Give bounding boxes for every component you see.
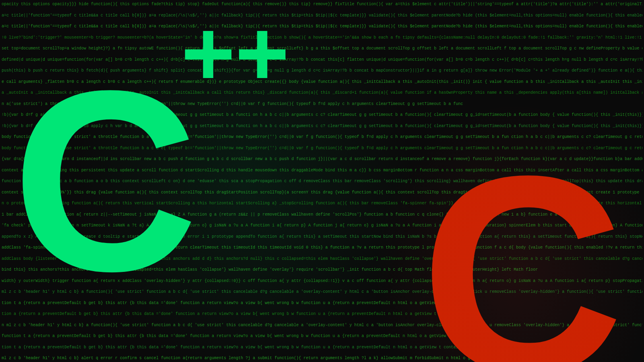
code-line: 1 bar addClass remove function a{ return… (2, 212, 642, 218)
code-line: 'fa check' p|0} clearTimeout n n setTime… (2, 223, 642, 228)
code-line: push(this) b push c return this} b fetch… (2, 68, 642, 74)
code-line: appendTo x z} A a spinner elem c create … (2, 234, 642, 240)
code-line: width} y outerWidth} trigger function a{… (2, 278, 642, 284)
code-line: body function a b c d e{ 'use strict' a … (2, 146, 642, 151)
code-line: tion t a {return a preventDefault b get … (2, 300, 642, 306)
code-line: n ml z c b 'header h1' y html c b} a fun… (2, 323, 642, 328)
code-line: !b){var b d=f g a(){ typeof b c d id app… (2, 123, 642, 129)
code-line: context scrollHeight '100%'}} this drag … (2, 190, 642, 195)
code-line: a=c title||'function'==typeof c title&&a… (2, 13, 642, 19)
code-line: ml z c b 'header h1' y html c b} a funct… (2, 289, 642, 295)
code-line: context a[0] this scrolling this persist… (2, 168, 642, 173)
code-line: addClass body {listener function f a c d… (2, 256, 642, 262)
code-line: n o prototype startScrolling function a(… (2, 201, 642, 206)
code-line: ml z c b 'header h1' y html c b} alert q… (2, 356, 642, 361)
code-line: function t a {return a preventDefault b … (2, 333, 642, 339)
code-background: opacity this options opacity}}} hide fun… (0, 0, 644, 362)
code-line: opacity this options opacity}}} hide fun… (2, 2, 642, 7)
code-line: !b){var b d=f g a(){ typeof b c d id app… (2, 112, 642, 118)
code-line: e call arguments} _flatten b=0 c a lengt… (2, 79, 642, 85)
code-line: tion t a {return a preventDefault b get … (2, 345, 642, 350)
code-line: defined|d unique|d unique=function(for(v… (2, 57, 642, 63)
code-line: {var d=a[0] scrollbar return d instanceo… (2, 156, 642, 162)
code-line: set top=document scrollTop=a window heig… (2, 46, 642, 51)
code-line: body function a b c d e{ 'use strict' a … (2, 134, 642, 140)
code-line: function a o b function c a b function a… (2, 179, 642, 184)
code-text-block: opacity this options opacity}}} hide fun… (0, 0, 644, 362)
code-line: tion a {return a preventDefault b get b}… (2, 311, 642, 317)
code-line: a _autoInit a _initCallback a this _init… (2, 90, 642, 96)
page: { "background": { "color": "#0a0a0a" }, … (0, 0, 644, 362)
code-line: n a('use strict') a throttle function b … (2, 101, 642, 107)
code-line: !0 live?'bind':'trigger?' mouseenter=b t… (2, 35, 642, 41)
code-line: bind this} this anchors?this anchors add… (2, 267, 642, 273)
code-line: addClass 'fa-spinner fa-spin'} as this a… (2, 245, 642, 251)
code-line: a=c title||'function'==typeof c title&&a… (2, 24, 642, 29)
